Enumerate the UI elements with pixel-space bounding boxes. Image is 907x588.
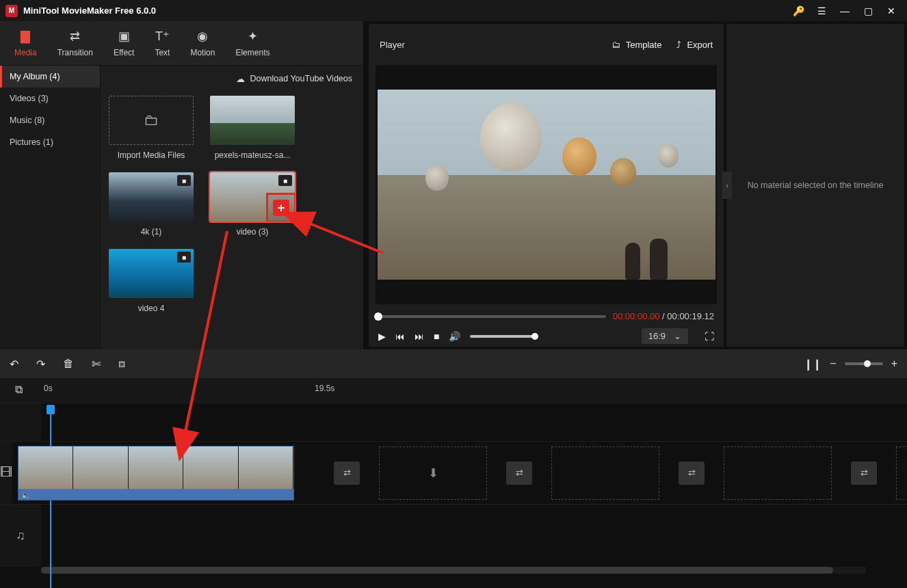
transition-slot[interactable]: ⇄ bbox=[506, 462, 532, 485]
clip-placeholder[interactable] bbox=[551, 446, 659, 500]
video-icon: ■ bbox=[278, 175, 292, 186]
plus-icon: + bbox=[273, 200, 289, 216]
hamburger-icon[interactable]: ☰ bbox=[811, 1, 832, 21]
main-tabs: ▇ Media ⇄ Transition ▣ Effect T⁺ Text ◉ … bbox=[0, 21, 363, 66]
sidebar-item-music[interactable]: Music (8) bbox=[0, 109, 100, 131]
fullscreen-button[interactable]: ⛶ bbox=[705, 331, 714, 342]
redo-button[interactable]: ↷ bbox=[36, 358, 45, 371]
tab-media-label: Media bbox=[14, 48, 37, 57]
clip-placeholder[interactable] bbox=[724, 446, 832, 500]
player-controls: 00:00:00.00 / 00:00:19.12 ▶ ⏮ ⏭ ■ 🔊 16:9… bbox=[369, 304, 724, 347]
zoom-in-button[interactable]: + bbox=[891, 358, 897, 370]
speaker-icon[interactable]: 🔈 bbox=[21, 491, 31, 500]
text-icon: T⁺ bbox=[155, 29, 170, 44]
video-icon: ■ bbox=[177, 175, 191, 186]
music-track-icon: ♫ bbox=[0, 505, 41, 567]
media-thumb[interactable]: ■ bbox=[109, 172, 194, 222]
sidebar-item-videos[interactable]: Videos (3) bbox=[0, 88, 100, 109]
properties-pane: › No material selected on the timeline bbox=[726, 24, 904, 347]
tab-elements[interactable]: ✦ Elements bbox=[225, 21, 280, 65]
download-youtube-link[interactable]: ☁ Download YouTube Videos bbox=[101, 66, 363, 92]
volume-slider[interactable] bbox=[470, 335, 535, 338]
timeline-tracks: 🎞 🔈 ⇄ ⬇ ⇄ ⇄ ⇄ bbox=[0, 403, 907, 588]
folder-icon: ▇ bbox=[21, 29, 30, 44]
seek-handle[interactable] bbox=[374, 312, 382, 321]
zoom-out-button[interactable]: − bbox=[830, 358, 836, 370]
media-card-selected[interactable]: ■ + video (3) bbox=[210, 172, 295, 237]
elements-icon: ✦ bbox=[248, 29, 258, 44]
video-track[interactable]: 🎞 🔈 ⇄ ⬇ ⇄ ⇄ ⇄ bbox=[0, 441, 907, 504]
import-card[interactable]: 🗀 Import Media Files bbox=[109, 96, 194, 160]
close-button[interactable]: ✕ bbox=[881, 1, 902, 21]
time-display: 00:00:00.00 / 00:00:19.12 bbox=[613, 311, 714, 321]
clip-placeholder[interactable]: ⬇ bbox=[379, 446, 487, 500]
transition-slot[interactable]: ⇄ bbox=[679, 462, 705, 485]
prev-frame-button[interactable]: ⏮ bbox=[395, 331, 405, 342]
sidebar-item-pictures[interactable]: Pictures (1) bbox=[0, 131, 100, 153]
collapse-handle[interactable]: › bbox=[722, 172, 732, 199]
zoom-handle[interactable] bbox=[864, 360, 871, 367]
media-thumb[interactable] bbox=[210, 96, 295, 145]
delete-button[interactable]: 🗑 bbox=[63, 358, 74, 370]
export-button[interactable]: ⤴ Export bbox=[676, 40, 713, 50]
clip-placeholder[interactable] bbox=[896, 446, 907, 500]
next-frame-button[interactable]: ⏭ bbox=[415, 331, 424, 342]
tab-effect[interactable]: ▣ Effect bbox=[103, 21, 144, 65]
player-pane: Player 🗂 Template ⤴ Export bbox=[369, 24, 724, 347]
import-thumb[interactable]: 🗀 bbox=[109, 96, 194, 145]
maximize-button[interactable]: ▢ bbox=[858, 1, 878, 21]
key-icon[interactable]: 🔑 bbox=[788, 1, 809, 21]
media-thumb[interactable]: ■ bbox=[109, 249, 194, 298]
sidebar-item-label: My Album (4) bbox=[10, 72, 60, 81]
clip-audio-strip bbox=[18, 489, 293, 500]
video-clip[interactable]: 🔈 bbox=[18, 446, 294, 500]
split-button[interactable]: ✄ bbox=[92, 358, 101, 371]
template-icon: 🗂 bbox=[612, 40, 620, 50]
transition-slot[interactable]: ⇄ bbox=[851, 462, 877, 485]
media-card[interactable]: ■ 4k (1) bbox=[109, 172, 194, 237]
undo-button[interactable]: ↶ bbox=[10, 358, 18, 371]
timeline-ruler[interactable]: ⧉ 0s 19.5s bbox=[0, 378, 907, 403]
media-grid: 🗀 Import Media Files pexels-mateusz-sa..… bbox=[101, 92, 363, 349]
track-head bbox=[0, 403, 41, 441]
tab-motion[interactable]: ◉ Motion bbox=[180, 21, 225, 65]
tab-media[interactable]: ▇ Media bbox=[4, 21, 47, 65]
tab-motion-label: Motion bbox=[190, 48, 215, 57]
media-thumb[interactable]: ■ + bbox=[210, 172, 295, 222]
template-button[interactable]: 🗂 Template bbox=[612, 40, 662, 50]
tab-text-label: Text bbox=[155, 48, 170, 57]
stop-button[interactable]: ■ bbox=[434, 331, 439, 342]
preview-frame bbox=[378, 90, 715, 280]
volume-icon[interactable]: 🔊 bbox=[449, 331, 460, 342]
folder-icon: 🗀 bbox=[144, 111, 159, 129]
card-label: Import Media Files bbox=[118, 150, 185, 160]
media-card[interactable]: ■ video 4 bbox=[109, 249, 194, 313]
scrollbar-thumb[interactable] bbox=[41, 567, 833, 574]
play-button[interactable]: ▶ bbox=[378, 331, 386, 342]
volume-handle[interactable] bbox=[531, 333, 538, 340]
add-marker-button[interactable]: ⧉ bbox=[15, 384, 23, 396]
sidebar-item-album[interactable]: My Album (4) bbox=[0, 66, 100, 88]
minimize-button[interactable]: — bbox=[834, 1, 855, 21]
seek-bar[interactable] bbox=[378, 315, 606, 318]
youtube-icon: ☁ bbox=[236, 74, 245, 84]
tab-text[interactable]: T⁺ Text bbox=[144, 21, 180, 65]
overlay-track[interactable] bbox=[0, 403, 907, 441]
transition-slot[interactable]: ⇄ bbox=[334, 462, 360, 485]
aspect-ratio-select[interactable]: 16:9 ⌄ bbox=[642, 328, 688, 344]
effect-icon: ▣ bbox=[118, 29, 130, 44]
snap-button[interactable]: ❙❙ bbox=[804, 358, 821, 371]
media-card[interactable]: pexels-mateusz-sa... bbox=[210, 96, 295, 160]
preview-viewport[interactable] bbox=[376, 65, 717, 304]
app-logo: M bbox=[5, 5, 18, 17]
add-to-timeline-button[interactable]: + bbox=[266, 193, 295, 222]
timeline-scrollbar[interactable] bbox=[41, 567, 866, 574]
crop-button[interactable]: ⧈ bbox=[118, 358, 125, 370]
music-track[interactable]: ♫ bbox=[0, 504, 907, 567]
zoom-slider[interactable] bbox=[845, 362, 883, 365]
player-label: Player bbox=[380, 40, 405, 50]
timeline-toolbar: ↶ ↷ 🗑 ✄ ⧈ ❙❙ − + bbox=[0, 349, 907, 378]
tab-effect-label: Effect bbox=[114, 48, 134, 57]
tab-transition[interactable]: ⇄ Transition bbox=[47, 21, 103, 65]
current-time: 00:00:00.00 bbox=[613, 311, 660, 321]
